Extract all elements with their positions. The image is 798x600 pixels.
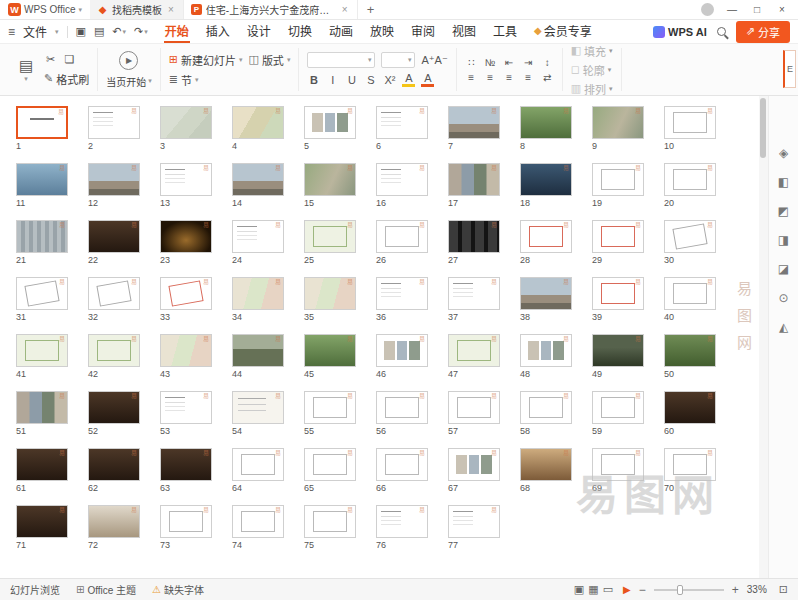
- zoom-out-button[interactable]: −: [639, 583, 646, 597]
- slide-thumbnail-38[interactable]: 易: [520, 277, 572, 310]
- slide-thumbnail-43[interactable]: 易: [160, 334, 212, 367]
- slide-thumbnail-25[interactable]: 易: [304, 220, 356, 253]
- font-family-select[interactable]: ▾: [307, 52, 375, 68]
- slide-thumbnail-39[interactable]: 易: [592, 277, 644, 310]
- fill-button[interactable]: ◧填充▾: [571, 43, 613, 59]
- slide-thumbnail-72[interactable]: 易: [88, 505, 140, 538]
- play-from-current-label[interactable]: 当页开始▾: [106, 74, 152, 89]
- scrollbar-thumb[interactable]: [760, 98, 766, 158]
- strikethrough-icon[interactable]: S: [364, 74, 377, 86]
- slide-thumbnail-12[interactable]: 易: [88, 163, 140, 196]
- slide-thumbnail-24[interactable]: 易: [232, 220, 284, 253]
- bullet-list-icon[interactable]: ∷: [465, 57, 478, 68]
- menu-tab-4[interactable]: 切换: [287, 20, 313, 43]
- slide-thumbnail-56[interactable]: 易: [376, 391, 428, 424]
- rail-icon-toolbox[interactable]: ◪: [778, 262, 789, 276]
- search-icon[interactable]: [717, 27, 726, 36]
- slide-thumbnail-35[interactable]: 易: [304, 277, 356, 310]
- file-menu[interactable]: 文件: [23, 23, 47, 40]
- close-tab-icon[interactable]: ×: [166, 4, 176, 15]
- slide-thumbnail-7[interactable]: 易: [448, 106, 500, 139]
- slide-thumbnail-50[interactable]: 易: [664, 334, 716, 367]
- zoom-in-button[interactable]: +: [732, 583, 739, 597]
- menu-tab-2[interactable]: 插入: [205, 20, 231, 43]
- menu-tab-10[interactable]: ◆会员专享: [533, 20, 593, 43]
- slide-thumbnail-67[interactable]: 易: [448, 448, 500, 481]
- save-icon[interactable]: ▣: [76, 25, 86, 38]
- slide-thumbnail-13[interactable]: 易: [160, 163, 212, 196]
- slide-thumbnail-3[interactable]: 易: [160, 106, 212, 139]
- slide-thumbnail-22[interactable]: 易: [88, 220, 140, 253]
- slide-thumbnail-64[interactable]: 易: [232, 448, 284, 481]
- close-tab-icon[interactable]: ×: [340, 4, 350, 15]
- slide-thumbnail-29[interactable]: 易: [592, 220, 644, 253]
- menu-tab-5[interactable]: 动画: [328, 20, 354, 43]
- superscript-icon[interactable]: X²: [383, 74, 396, 86]
- align-right-icon[interactable]: ≡: [503, 72, 516, 83]
- rail-icon-help[interactable]: ◭: [779, 320, 788, 334]
- rail-icon-style[interactable]: ◈: [779, 146, 788, 160]
- slide-thumbnail-16[interactable]: 易: [376, 163, 428, 196]
- slide-thumbnail-76[interactable]: 易: [376, 505, 428, 538]
- cut-icon[interactable]: ✂: [44, 53, 57, 66]
- slide-thumbnail-14[interactable]: 易: [232, 163, 284, 196]
- slide-thumbnail-15[interactable]: 易: [304, 163, 356, 196]
- section-button[interactable]: ≣节▾: [169, 72, 199, 88]
- slide-thumbnail-17[interactable]: 易: [448, 163, 500, 196]
- document-tab-current[interactable]: P 住宅-上海方兴大宁金茂府地... ×: [184, 0, 358, 19]
- align-left-icon[interactable]: ≡: [465, 72, 478, 83]
- align-center-icon[interactable]: ≡: [484, 72, 497, 83]
- theme-button[interactable]: ⊞Office 主题: [76, 582, 136, 597]
- slide-sorter-view-icon[interactable]: ▦: [588, 583, 598, 595]
- normal-view-icon[interactable]: ▣: [574, 583, 584, 595]
- slide-thumbnail-61[interactable]: 易: [16, 448, 68, 481]
- line-spacing-icon[interactable]: ↕: [541, 57, 554, 68]
- slide-thumbnail-27[interactable]: 易: [448, 220, 500, 253]
- document-tab-docer[interactable]: ◆ 找稻壳模板 ×: [90, 0, 184, 19]
- slide-thumbnail-68[interactable]: 易: [520, 448, 572, 481]
- slide-thumbnail-45[interactable]: 易: [304, 334, 356, 367]
- new-tab-button[interactable]: +: [358, 2, 384, 17]
- zoom-slider[interactable]: [654, 589, 724, 591]
- layout-button[interactable]: ◫版式▾: [248, 52, 290, 68]
- slide-thumbnail-32[interactable]: 易: [88, 277, 140, 310]
- rail-icon-comment[interactable]: ◨: [778, 233, 789, 247]
- slide-thumbnail-10[interactable]: 易: [664, 106, 716, 139]
- slide-thumbnail-53[interactable]: 易: [160, 391, 212, 424]
- slide-thumbnail-65[interactable]: 易: [304, 448, 356, 481]
- app-menu-button[interactable]: W WPS Office ▾: [6, 3, 90, 16]
- highlight-color-icon[interactable]: A: [402, 72, 415, 87]
- slide-thumbnail-75[interactable]: 易: [304, 505, 356, 538]
- slide-thumbnail-21[interactable]: 易: [16, 220, 68, 253]
- slide-thumbnail-26[interactable]: 易: [376, 220, 428, 253]
- numbered-list-icon[interactable]: №: [484, 57, 497, 68]
- menu-tab-9[interactable]: 工具: [492, 20, 518, 43]
- maximize-button[interactable]: □: [750, 4, 764, 15]
- justify-icon[interactable]: ≡: [522, 72, 535, 83]
- slide-thumbnail-69[interactable]: 易: [592, 448, 644, 481]
- slide-thumbnail-5[interactable]: 易: [304, 106, 356, 139]
- slide-thumbnail-2[interactable]: 易: [88, 106, 140, 139]
- rail-icon-animation[interactable]: ◩: [778, 204, 789, 218]
- slideshow-button[interactable]: ▶: [623, 584, 631, 595]
- slide-thumbnail-47[interactable]: 易: [448, 334, 500, 367]
- rail-icon-layers[interactable]: ◧: [778, 175, 789, 189]
- slide-thumbnail-1[interactable]: 易: [16, 106, 68, 139]
- menu-tab-7[interactable]: 审阅: [410, 20, 436, 43]
- slide-thumbnail-71[interactable]: 易: [16, 505, 68, 538]
- slide-thumbnail-60[interactable]: 易: [664, 391, 716, 424]
- increase-font-icon[interactable]: A⁺: [421, 54, 434, 66]
- slide-thumbnail-46[interactable]: 易: [376, 334, 428, 367]
- menu-tab-8[interactable]: 视图: [451, 20, 477, 43]
- slide-thumbnail-6[interactable]: 易: [376, 106, 428, 139]
- slide-thumbnail-70[interactable]: 易: [664, 448, 716, 481]
- slide-thumbnail-19[interactable]: 易: [592, 163, 644, 196]
- slide-thumbnail-9[interactable]: 易: [592, 106, 644, 139]
- close-button[interactable]: ×: [775, 4, 789, 15]
- underline-icon[interactable]: U: [345, 74, 358, 86]
- rail-icon-settings[interactable]: ⊙: [778, 291, 788, 305]
- slide-thumbnail-55[interactable]: 易: [304, 391, 356, 424]
- slide-thumbnail-52[interactable]: 易: [88, 391, 140, 424]
- menu-tab-6[interactable]: 放映: [369, 20, 395, 43]
- minimize-button[interactable]: —: [725, 4, 739, 15]
